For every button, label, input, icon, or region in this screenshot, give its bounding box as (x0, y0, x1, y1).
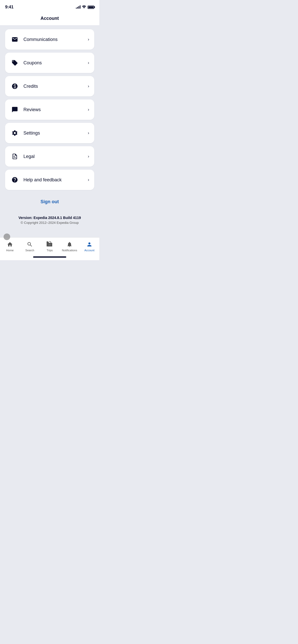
sign-out-button[interactable]: Sign out (40, 199, 59, 204)
menu-item-reviews[interactable]: Reviews › (5, 99, 94, 120)
svg-rect-1 (47, 243, 52, 246)
document-icon (10, 152, 19, 161)
tag-icon (10, 58, 19, 67)
settings-label: Settings (23, 130, 88, 136)
reviews-label: Reviews (23, 107, 88, 112)
trips-icon (46, 241, 53, 248)
menu-item-settings[interactable]: Settings › (5, 123, 94, 143)
question-icon (10, 175, 19, 184)
menu-item-help[interactable]: Help and feedback › (5, 170, 94, 190)
account-nav-label: Account (84, 249, 94, 252)
status-bar: 9:41 (0, 0, 99, 13)
communications-label: Communications (23, 37, 88, 42)
chevron-right-icon: › (88, 61, 89, 65)
home-bar (33, 256, 66, 258)
coupons-label: Coupons (23, 60, 88, 66)
help-label: Help and feedback (23, 177, 88, 183)
signal-icon (76, 6, 80, 9)
nav-item-search[interactable]: Search (20, 240, 40, 253)
svg-point-0 (84, 8, 85, 8)
menu-item-coupons[interactable]: Coupons › (5, 53, 94, 73)
copyright-text: © Copyright 2012–2024 Expedia Group (5, 221, 94, 225)
chevron-right-icon: › (88, 107, 89, 112)
nav-item-home[interactable]: Home (0, 240, 20, 253)
home-icon (7, 241, 13, 248)
nav-item-notifications[interactable]: Notifications (60, 240, 79, 253)
sign-out-container: Sign out (5, 193, 94, 209)
bottom-nav: Home Search Trips Notifications (0, 237, 99, 254)
menu-item-communications[interactable]: Communications › (5, 29, 94, 50)
content-area: Communications › Coupons › Credits › Rev… (0, 25, 99, 237)
status-time: 9:41 (5, 5, 13, 10)
page-header: Account (0, 13, 99, 25)
chevron-right-icon: › (88, 178, 89, 182)
credits-label: Credits (23, 84, 88, 89)
nav-item-account[interactable]: Account (79, 240, 99, 253)
chat-icon (10, 105, 19, 114)
menu-item-credits[interactable]: Credits › (5, 76, 94, 96)
menu-item-legal[interactable]: Legal › (5, 146, 94, 167)
legal-label: Legal (23, 154, 88, 159)
version-info: Version: Expedia 2024.8.1 Build 4119 © C… (5, 212, 94, 232)
version-text: Version: Expedia 2024.8.1 Build 4119 (5, 216, 94, 220)
nav-item-trips[interactable]: Trips (40, 240, 60, 253)
page-title: Account (40, 16, 59, 21)
home-nav-label: Home (6, 249, 13, 252)
wifi-icon (82, 5, 86, 9)
email-icon (10, 35, 19, 44)
search-icon (26, 241, 33, 248)
notifications-nav-label: Notifications (62, 249, 77, 252)
gear-icon (10, 128, 19, 138)
gray-dot (4, 233, 10, 240)
status-icons (76, 5, 94, 9)
account-icon (86, 241, 93, 248)
notification-icon (66, 241, 73, 248)
trips-nav-label: Trips (47, 249, 53, 252)
chevron-right-icon: › (88, 37, 89, 42)
search-nav-label: Search (25, 249, 34, 252)
chevron-right-icon: › (88, 84, 89, 89)
chevron-right-icon: › (88, 154, 89, 159)
battery-icon (88, 6, 94, 9)
chevron-right-icon: › (88, 131, 89, 135)
dollar-circle-icon (10, 82, 19, 91)
home-indicator (0, 254, 99, 260)
